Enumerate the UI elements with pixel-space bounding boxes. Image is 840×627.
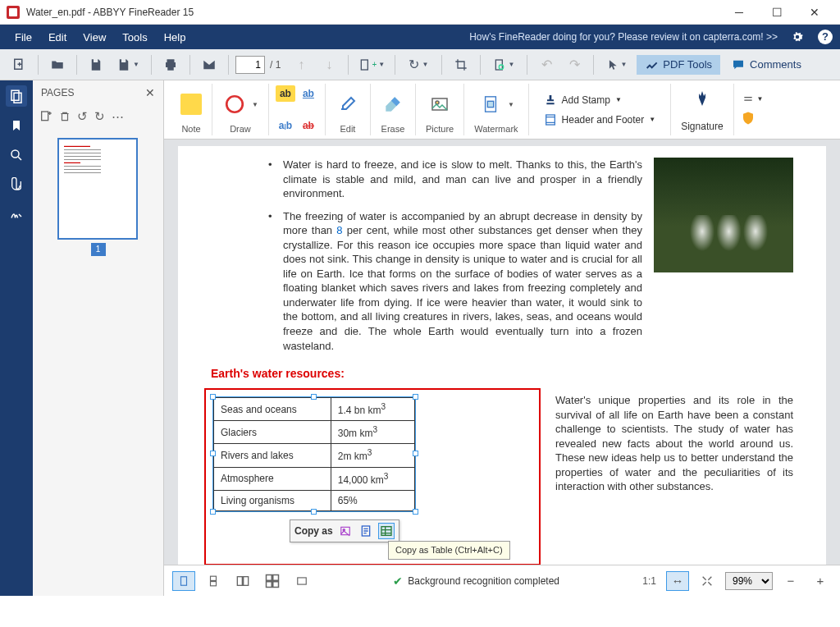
waterfall-image [654,158,793,272]
review-link[interactable]: How's FineReader doing for you? Please r… [469,31,778,43]
cursor-mode-button[interactable]: ▼ [600,53,633,77]
table-row: Atmosphere14,000 km3 [214,467,415,490]
new-doc-button[interactable] [7,53,31,77]
bookmarks-tab-icon[interactable] [6,115,27,136]
strikethrough-icon[interactable]: ab [299,117,318,134]
protect-menu-button[interactable]: ▼ [741,94,764,105]
note-icon[interactable] [180,94,202,115]
copy-as-table-tooltip: Copy as Table (Ctrl+Alt+C) [388,541,510,560]
open-button[interactable] [45,53,70,77]
watermark-icon[interactable] [478,92,503,117]
svg-rect-27 [298,577,307,584]
two-page-continuous-icon[interactable] [261,571,284,591]
erase-icon[interactable] [381,92,405,117]
draw-icon[interactable] [222,92,247,117]
comments-button[interactable]: Comments [724,55,810,75]
save-button[interactable] [84,53,108,77]
draw-label: Draw [230,124,251,134]
close-button[interactable]: ✕ [796,0,833,25]
next-page-button[interactable]: ↓ [317,53,341,77]
table-row: Rivers and lakes2m km3 [214,444,415,467]
copy-as-text-icon[interactable] [358,523,374,539]
copy-as-image-icon[interactable] [337,523,354,539]
recognize-button[interactable]: ▼ [487,53,520,77]
menu-edit[interactable]: Edit [40,25,75,49]
rotate-button[interactable]: ↻▼ [402,53,435,77]
app-icon [7,6,20,19]
svg-rect-14 [340,527,349,534]
insert-text-icon[interactable]: a|b [276,117,295,134]
copy-as-table-icon[interactable] [378,523,395,539]
statusbar: ✔ Background recognition completed 1:1 ↔… [164,565,840,596]
save-as-button[interactable]: ▼ [112,53,144,77]
ribbon-note-group: Note [171,84,212,135]
rotate-right-icon[interactable]: ↻ [94,109,105,124]
attachments-tab-icon[interactable] [6,174,27,195]
maximize-button[interactable]: ☐ [758,0,796,25]
continuous-view-icon[interactable] [202,571,225,591]
selection-box[interactable]: Seas and oceans1.4 bn km3 Glaciers30m km… [212,396,416,512]
picture-icon[interactable] [427,92,452,117]
header-footer-button[interactable]: Header and Footer ▼ [539,112,661,128]
status-check-icon: ✔ [393,574,403,588]
svg-rect-5 [14,93,21,103]
zoom-actual-icon[interactable]: 1:1 [639,571,660,591]
pages-panel-title: PAGES [41,87,74,98]
more-icon[interactable]: ⋯ [112,109,124,124]
search-tab-icon[interactable] [6,144,27,166]
underline-icon[interactable]: ab [299,85,318,102]
fit-width-icon[interactable]: ↔ [666,571,689,591]
fullscreen-icon[interactable] [290,571,313,591]
add-page-icon[interactable] [39,110,52,123]
zoom-in-button[interactable]: + [809,571,832,591]
help-icon[interactable]: ? [817,29,833,45]
page-thumbnail-number: 1 [91,243,106,256]
email-button[interactable] [197,53,221,77]
water-resources-table: Seas and oceans1.4 bn km3 Glaciers30m km… [213,397,415,511]
zoom-select[interactable]: 99% [725,572,773,590]
page-number-input[interactable] [235,56,265,74]
menu-view[interactable]: View [75,25,114,49]
pages-panel-close-icon[interactable]: ✕ [145,86,155,99]
menu-tools[interactable]: Tools [114,25,155,49]
menubar: File Edit View Tools Help How's FineRead… [0,25,840,49]
table-selection-area[interactable]: Seas and oceans1.4 bn km3 Glaciers30m km… [204,388,541,565]
edit-icon[interactable] [336,92,360,117]
prev-page-button[interactable]: ↑ [289,53,313,77]
svg-rect-20 [211,581,217,585]
signatures-tab-icon[interactable] [6,204,27,225]
signature-label: Signature [681,121,723,132]
titlebar: Water_en.pdf - ABBYY FineReader 15 ─ ☐ ✕ [0,0,840,25]
undo-button[interactable]: ↶ [534,53,559,77]
two-page-view-icon[interactable] [231,571,254,591]
signature-icon[interactable] [690,87,714,112]
section-heading: Earth's water resources: [211,366,793,382]
ribbon-signature-group: Signature [671,84,733,135]
pages-panel-tools: ↺ ↻ ⋯ [33,105,163,128]
pdf-tools-button[interactable]: PDF Tools [637,55,720,75]
table-row: Glaciers30m km3 [214,421,415,444]
crop-button[interactable] [449,53,473,77]
add-stamp-button[interactable]: Add Stamp ▼ [539,92,661,108]
pdf-tools-label: PDF Tools [663,58,712,71]
side-paragraph: Water's unique properties and its role i… [555,388,793,494]
add-page-button[interactable]: +▼ [355,53,388,77]
menu-file[interactable]: File [7,25,40,49]
minimize-button[interactable]: ─ [720,0,758,25]
svg-rect-12 [487,101,493,107]
shield-icon[interactable] [741,110,764,126]
pdf-page: • Water is hard to freeze, and ice is sl… [178,146,826,565]
document-viewport[interactable]: • Water is hard to freeze, and ice is sl… [164,140,840,565]
menu-help[interactable]: Help [156,25,194,49]
pages-tab-icon[interactable] [6,85,27,107]
highlight-icon[interactable]: ab [276,85,295,102]
print-button[interactable] [158,53,183,77]
fit-page-icon[interactable] [696,571,719,591]
zoom-out-button[interactable]: − [779,571,802,591]
single-page-view-icon[interactable] [172,571,195,591]
page-thumbnail[interactable]: ▬▬▬▬▬▬▬▬ ▬▬▬▬▬▬▬▬▬▬▬▬▬▬▬▬▬▬▬▬▬▬▬▬▬▬▬▬▬▬▬… [57,138,138,240]
settings-icon[interactable] [789,29,806,45]
rotate-left-icon[interactable]: ↺ [77,109,88,124]
delete-page-icon[interactable] [59,110,71,123]
redo-button[interactable]: ↷ [562,53,587,77]
